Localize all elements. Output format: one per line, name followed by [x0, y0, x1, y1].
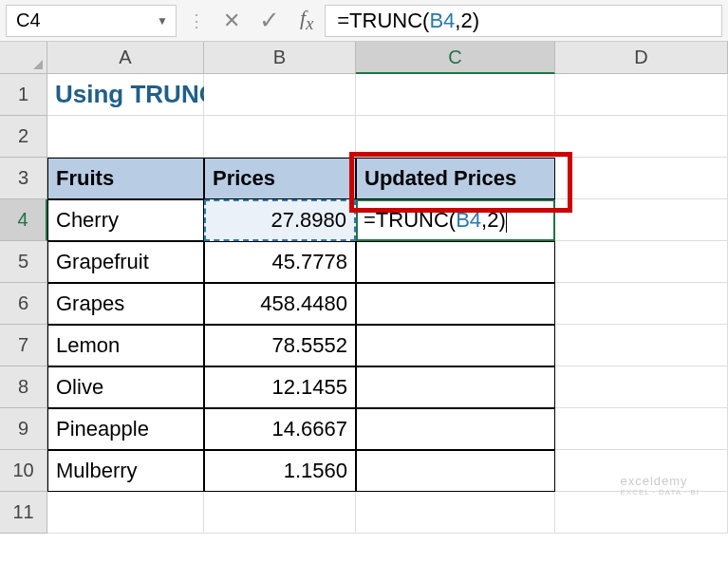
cell-A7[interactable]: Lemon: [47, 325, 204, 366]
cell-B8[interactable]: 12.1455: [204, 366, 356, 408]
cell-D11[interactable]: [555, 492, 728, 534]
cell-B6[interactable]: 458.4480: [204, 283, 356, 325]
cell-A4[interactable]: Cherry: [47, 199, 204, 241]
column-headers: A B C D: [47, 42, 728, 74]
cell-C6[interactable]: [356, 283, 555, 325]
cell-C9[interactable]: [356, 408, 555, 450]
cell-C5[interactable]: [356, 241, 555, 283]
watermark: exceldemy EXCEL · DATA · BI: [620, 474, 700, 497]
cell-A5[interactable]: Grapefruit: [47, 241, 204, 283]
cell-D7[interactable]: [555, 325, 728, 366]
formula-bar-handle-icon: ⋮: [188, 10, 207, 31]
watermark-sub: EXCEL · DATA · BI: [620, 488, 700, 497]
cell-A9[interactable]: Pineapple: [47, 408, 204, 450]
name-box-dropdown-icon[interactable]: ▼: [157, 14, 168, 28]
cell-D2[interactable]: [555, 116, 728, 158]
row-header-11[interactable]: 11: [0, 492, 47, 534]
formula-text-prefix: =TRUNC(: [337, 9, 429, 33]
row-header-7[interactable]: 7: [0, 325, 47, 366]
formula-text-ref: B4: [429, 9, 455, 33]
col-header-D[interactable]: D: [555, 42, 728, 74]
cell-A3[interactable]: Fruits: [47, 158, 204, 199]
row-header-10[interactable]: 10: [0, 450, 47, 492]
cell-A2[interactable]: [47, 116, 204, 158]
row-headers: 1 2 3 4 5 6 7 8 9 10 11: [0, 74, 47, 534]
cell-D8[interactable]: [555, 366, 728, 408]
watermark-main: exceldemy: [620, 474, 687, 488]
formula-bar: C4 ▼ ⋮ ✕ ✓ fx =TRUNC(B4,2): [0, 0, 728, 42]
cell-B10[interactable]: 1.1560: [204, 450, 356, 492]
cell-C3[interactable]: Updated Prices: [356, 158, 555, 199]
cell-B9[interactable]: 14.6667: [204, 408, 356, 450]
text-cursor-icon: [506, 208, 507, 233]
cell-D4[interactable]: [555, 199, 728, 241]
row-header-8[interactable]: 8: [0, 366, 47, 408]
cancel-button[interactable]: ✕: [213, 5, 251, 37]
cell-D1[interactable]: [555, 74, 728, 116]
cell-B4[interactable]: 27.8980: [204, 199, 356, 241]
cell-C7[interactable]: [356, 325, 555, 366]
editing-ref: B4: [456, 208, 481, 233]
formula-input[interactable]: =TRUNC(B4,2): [325, 5, 722, 37]
cell-D5[interactable]: [555, 241, 728, 283]
cell-C8[interactable]: [356, 366, 555, 408]
col-header-B[interactable]: B: [204, 42, 356, 74]
name-box-value: C4: [16, 9, 41, 31]
cell-A11[interactable]: [47, 492, 204, 534]
cell-C1[interactable]: [356, 74, 555, 116]
row-header-3[interactable]: 3: [0, 158, 47, 199]
editing-suffix: ,2): [481, 208, 506, 233]
cell-A10[interactable]: Mulberry: [47, 450, 204, 492]
cell-C10[interactable]: [356, 450, 555, 492]
cell-B2[interactable]: [204, 116, 356, 158]
name-box[interactable]: C4 ▼: [6, 5, 177, 37]
cell-B7[interactable]: 78.5552: [204, 325, 356, 366]
cell-A1[interactable]: Using TRUNC Function: [47, 74, 204, 116]
formula-text-suffix: ,2): [455, 9, 479, 33]
cell-B1[interactable]: [204, 74, 356, 116]
cell-B11[interactable]: [204, 492, 356, 534]
fx-icon[interactable]: fx: [300, 6, 313, 34]
select-all-corner[interactable]: [0, 42, 47, 74]
confirm-button[interactable]: ✓: [251, 5, 289, 37]
cell-B5[interactable]: 45.7778: [204, 241, 356, 283]
row-header-2[interactable]: 2: [0, 116, 47, 158]
cell-A8[interactable]: Olive: [47, 366, 204, 408]
row-header-1[interactable]: 1: [0, 74, 47, 116]
cell-D6[interactable]: [555, 283, 728, 325]
cell-B3[interactable]: Prices: [204, 158, 356, 199]
col-header-A[interactable]: A: [47, 42, 204, 74]
cell-D9[interactable]: [555, 408, 728, 450]
cells-area: Using TRUNC Function Fruits Prices Updat…: [47, 74, 728, 534]
cell-D3[interactable]: [555, 158, 728, 199]
cell-C2[interactable]: [356, 116, 555, 158]
row-header-4[interactable]: 4: [0, 199, 47, 241]
row-header-9[interactable]: 9: [0, 408, 47, 450]
col-header-C[interactable]: C: [356, 42, 555, 74]
editing-prefix: =TRUNC(: [364, 208, 456, 233]
cell-C4[interactable]: =TRUNC(B4,2): [356, 199, 555, 241]
cell-A6[interactable]: Grapes: [47, 283, 204, 325]
row-header-6[interactable]: 6: [0, 283, 47, 325]
row-header-5[interactable]: 5: [0, 241, 47, 283]
cell-C11[interactable]: [356, 492, 555, 534]
